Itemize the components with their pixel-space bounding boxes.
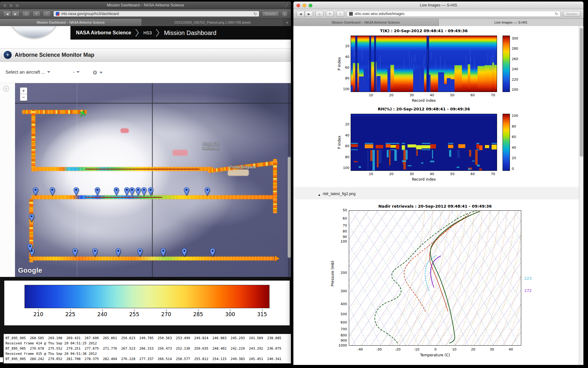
map-pin[interactable] bbox=[72, 248, 78, 257]
home-button[interactable]: ⌂ bbox=[315, 11, 323, 17]
left-browser-toolbar: ◀ ▶ ⌂ + ↑ mts.nasa.gov/group/hs3/dashboa… bbox=[0, 9, 291, 19]
skewt-grid bbox=[349, 211, 521, 345]
map-pin[interactable] bbox=[115, 248, 121, 257]
map-pin[interactable] bbox=[27, 243, 33, 252]
collapse-panel-button[interactable]: › bbox=[3, 86, 9, 92]
downloads-button[interactable]: ↓ bbox=[281, 11, 288, 17]
tab-mission-dashboard[interactable]: Mission Dashboard – NASA Airborne Scienc… bbox=[0, 19, 142, 26]
axis-tick: 20 bbox=[512, 156, 516, 160]
axis-tick: 70 bbox=[491, 93, 495, 97]
plot-ylabel-tk: P index bbox=[337, 48, 341, 79]
map-pin[interactable] bbox=[29, 213, 34, 222]
island bbox=[228, 170, 249, 176]
island bbox=[173, 150, 187, 155]
refresh-icon[interactable]: ↻ bbox=[555, 12, 558, 16]
tab-skewt-image[interactable]: D20120920_035752_Pskewt.png 1,000×700 pi… bbox=[142, 19, 284, 26]
reader-button[interactable]: Reader bbox=[563, 11, 580, 17]
address-bar[interactable]: shis.ssec.wisc.edu/live/images ↻ bbox=[347, 11, 561, 17]
legend-tick: 255 bbox=[129, 311, 139, 317]
share-icon[interactable]: ↑ bbox=[336, 11, 344, 17]
left-page-content: NASA Airborne Science HS3 Mission Dashbo… bbox=[0, 26, 291, 363]
colorbar-legend-panel: 210225240255270285300315 bbox=[4, 281, 290, 325]
tab-mission-dashboard[interactable]: Mission Dashboard – NASA Airborne Scienc… bbox=[293, 19, 439, 26]
right-browser-window: Live Images –– S-HIS ◀ ▶ ⌂ + ↑ shis.ssec… bbox=[293, 2, 583, 365]
zoom-out-button[interactable]: − bbox=[20, 94, 27, 101]
axis-tick: 220 bbox=[512, 78, 518, 82]
left-titlebar[interactable]: Mission Dashboard – NASA Airborne Scienc… bbox=[0, 2, 291, 9]
map-pin[interactable] bbox=[141, 187, 147, 196]
desktop: Mission Dashboard – NASA Airborne Scienc… bbox=[0, 0, 588, 368]
map-pin[interactable] bbox=[137, 248, 143, 257]
map-pin[interactable] bbox=[135, 187, 141, 196]
tab-live-images[interactable]: Live Images –– S-HIS bbox=[439, 19, 584, 26]
map-pin[interactable] bbox=[205, 187, 210, 196]
map-pin[interactable] bbox=[160, 248, 166, 257]
right-tab-bar: Mission Dashboard – NASA Airborne Scienc… bbox=[293, 19, 583, 26]
heatmap-rh bbox=[351, 114, 497, 171]
map-pin[interactable] bbox=[33, 187, 38, 196]
map-pin[interactable] bbox=[95, 187, 100, 196]
reader-button[interactable]: Reader bbox=[262, 11, 279, 17]
map-pin[interactable] bbox=[124, 187, 130, 196]
address-bar[interactable]: mts.nasa.gov/group/hs3/dashboard ↻ bbox=[53, 11, 259, 17]
map-pin[interactable] bbox=[129, 187, 135, 196]
scrollbar-track[interactable] bbox=[579, 26, 583, 365]
section-title: Airborne Science Monitor Map bbox=[15, 52, 94, 58]
breadcrumb-brand[interactable]: NASA Airborne Science bbox=[76, 30, 131, 36]
forward-button[interactable]: ▶ bbox=[305, 11, 313, 17]
map-pin[interactable] bbox=[114, 187, 119, 196]
scrollbar-thumb[interactable] bbox=[288, 157, 291, 258]
axis-tick: 200 bbox=[334, 271, 347, 275]
fullscreen-icon[interactable]: ⤢ bbox=[285, 3, 288, 7]
breadcrumb-group[interactable]: HS3 bbox=[143, 30, 152, 35]
google-logo[interactable]: Google bbox=[18, 266, 42, 274]
axis-tick: -30 bbox=[376, 347, 382, 351]
axis-tick: 0 bbox=[435, 347, 437, 351]
settings-select[interactable]: ⚙ bbox=[89, 67, 106, 78]
back-button[interactable]: ◀ bbox=[3, 11, 11, 17]
plot-title-nadir: Nadir retrievals : 20-Sep-2012 09:48:41 … bbox=[349, 204, 521, 209]
legend-tick: 315 bbox=[257, 311, 267, 317]
new-tab-button[interactable]: + bbox=[32, 11, 40, 17]
console-line: Received frame 415 @ Thu Sep 20 04:51:36… bbox=[6, 351, 291, 356]
axis-tick: 30 bbox=[409, 93, 414, 97]
map-zoom-control: + − bbox=[20, 87, 27, 101]
aircraft-select[interactable]: Select an aircraft ... bbox=[2, 67, 53, 77]
url-text[interactable]: mts.nasa.gov/group/hs3/dashboard bbox=[61, 12, 252, 16]
map-pin[interactable] bbox=[148, 187, 153, 196]
aircraft-icon[interactable]: ✈ bbox=[76, 107, 90, 120]
map-pin[interactable] bbox=[92, 248, 98, 257]
axis-tick: 50 bbox=[334, 208, 347, 212]
forward-button[interactable]: ▶ bbox=[11, 11, 20, 17]
zoom-in-button[interactable]: + bbox=[20, 87, 27, 94]
nasa-globe-logo bbox=[9, 26, 59, 38]
graticule-line bbox=[15, 103, 291, 104]
new-tab-button[interactable]: + bbox=[326, 11, 334, 17]
map-pin[interactable] bbox=[184, 187, 189, 196]
share-icon[interactable]: ↑ bbox=[43, 11, 51, 17]
console-line: BT_895_905 268.585 269.108 269.431 267.6… bbox=[6, 335, 291, 341]
axis-tick: -20 bbox=[395, 347, 401, 351]
back-button[interactable]: ◀ bbox=[296, 11, 305, 17]
url-text[interactable]: shis.ssec.wisc.edu/live/images bbox=[355, 12, 553, 16]
map-pin[interactable] bbox=[210, 248, 215, 257]
scrollbar-thumb[interactable] bbox=[580, 28, 583, 157]
axis-tick: 40 bbox=[430, 93, 434, 97]
axis-tick: 50 bbox=[450, 93, 454, 97]
axis-tick: 90 bbox=[334, 235, 347, 239]
instrument-frame: 210225240255270285300315 BT_895_905 268.… bbox=[0, 277, 291, 363]
axis-tick: 80 bbox=[336, 76, 349, 80]
map-control-row: Select an aircraft ... - ⚙ bbox=[0, 62, 291, 83]
file-list-item[interactable]: rtdr_latest_fig2.png bbox=[323, 192, 356, 196]
refresh-icon[interactable]: ↻ bbox=[254, 12, 257, 16]
add-tab-icon[interactable]: + bbox=[284, 19, 291, 26]
map-pin[interactable] bbox=[182, 248, 187, 257]
map-pin[interactable] bbox=[74, 187, 79, 196]
axis-tick: 20 bbox=[471, 347, 475, 351]
legend-record-223: 223 bbox=[524, 276, 532, 281]
map-pin[interactable] bbox=[50, 187, 55, 196]
map-canvas[interactable]: ✈ Angra Do Heroismo Ponta Delgada + − Go… bbox=[15, 83, 291, 277]
right-titlebar[interactable]: Live Images –– S-HIS bbox=[293, 2, 583, 9]
layer-select[interactable]: - bbox=[70, 67, 83, 77]
home-button[interactable]: ⌂ bbox=[22, 11, 30, 17]
